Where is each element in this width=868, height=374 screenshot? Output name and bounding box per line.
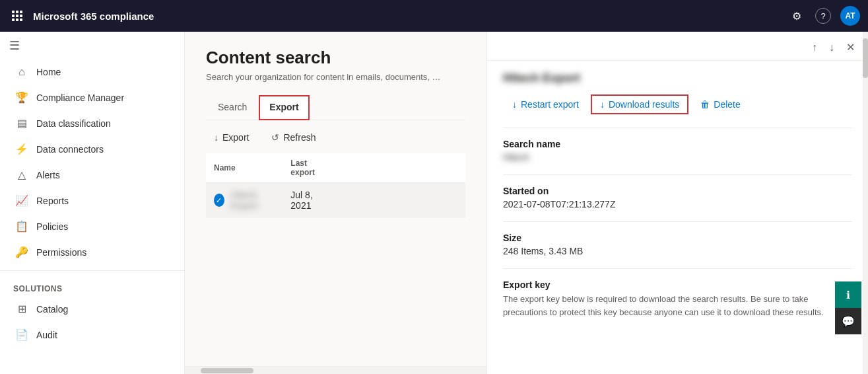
col-name: Name [206, 153, 283, 183]
horizontal-scrollbar[interactable] [185, 366, 486, 374]
panel-nav-up[interactable]: ↑ [808, 39, 821, 56]
sidebar-item-label: Data classification [36, 118, 111, 129]
search-name-value: Hitech [503, 152, 529, 163]
chat-floating-button[interactable]: 💬 [835, 308, 861, 334]
page-title: Content search [206, 48, 465, 68]
chat-icon: 💬 [842, 315, 855, 328]
app-title: Microsoft 365 compliance [33, 11, 781, 22]
panel-scrollbar-thumb [863, 38, 868, 78]
refresh-icon: ↺ [271, 132, 279, 143]
restart-export-button[interactable]: ↓ Restart export [503, 95, 588, 114]
reports-icon: 📈 [15, 194, 28, 207]
sidebar-item-label: Compliance Manager [36, 93, 124, 103]
table-row[interactable]: ✓ Hitech Export Jul 8, 2021 [206, 183, 465, 218]
sidebar-item-label: Alerts [36, 170, 60, 180]
home-icon: ⌂ [15, 66, 28, 78]
panel-divider-2 [503, 174, 852, 175]
panel-divider-4 [503, 268, 852, 269]
sidebar-item-label: Home [36, 67, 61, 77]
catalog-icon: ⊞ [15, 303, 28, 315]
export-button[interactable]: ↓ Export [206, 128, 257, 147]
page-description: Search your organization for content in … [206, 72, 444, 82]
sidebar-item-audit[interactable]: 📄 Audit [0, 322, 184, 348]
sidebar-item-catalog[interactable]: ⊞ Catalog [0, 296, 184, 322]
tabs-bar: Search Export [206, 95, 465, 120]
main-content: Content search Search your organization … [185, 32, 486, 374]
solutions-label: Solutions [0, 276, 184, 296]
panel-divider-1 [503, 128, 852, 128]
tab-export[interactable]: Export [259, 95, 309, 120]
sidebar-divider [0, 270, 184, 271]
alerts-icon: △ [15, 168, 28, 181]
size-value: 248 Items, 3.43 MB [503, 246, 852, 256]
panel-divider-3 [503, 221, 852, 222]
sidebar-item-label: Permissions [36, 247, 86, 258]
row-extra [333, 183, 465, 218]
sidebar-item-label: Policies [36, 221, 68, 232]
sidebar-item-compliance-manager[interactable]: 🏆 Compliance Manager [0, 85, 184, 110]
audit-icon: 📄 [15, 328, 28, 341]
sidebar-item-reports[interactable]: 📈 Reports [0, 188, 184, 213]
sidebar-item-data-connectors[interactable]: ⚡ Data connectors [0, 136, 184, 162]
page-layout: ☰ ⌂ Home 🏆 Compliance Manager ▤ Data cla… [0, 32, 868, 374]
info-floating-button[interactable]: ℹ [835, 281, 861, 308]
compliance-icon: 🏆 [15, 91, 28, 104]
restart-icon: ↓ [512, 99, 517, 110]
help-icon[interactable]: ? [815, 8, 831, 24]
panel-close-button[interactable]: ✕ [842, 38, 859, 56]
delete-icon: 🗑 [700, 99, 710, 110]
field-search-name: Search name Hitech [503, 139, 852, 163]
panel-title: Hitech Export [503, 71, 580, 85]
field-export-key: Export key The export key below is requi… [503, 280, 852, 318]
tab-search[interactable]: Search [206, 95, 259, 120]
refresh-button[interactable]: ↺ Refresh [263, 128, 323, 147]
sidebar-item-data-classification[interactable]: ▤ Data classification [0, 110, 184, 136]
settings-icon[interactable]: ⚙ [787, 7, 806, 25]
delete-button[interactable]: 🗑 Delete [691, 95, 749, 114]
row-name: ✓ Hitech Export [206, 183, 283, 218]
sidebar-item-permissions[interactable]: 🔑 Permissions [0, 239, 184, 265]
avatar[interactable]: AT [840, 6, 860, 26]
field-started-on: Started on 2021-07-08T07:21:13.277Z [503, 186, 852, 209]
sidebar: ☰ ⌂ Home 🏆 Compliance Manager ▤ Data cla… [0, 32, 185, 374]
sidebar-item-label: Data connectors [36, 144, 104, 155]
field-size: Size 248 Items, 3.43 MB [503, 233, 852, 256]
export-icon: ↓ [214, 132, 218, 143]
row-check-icon: ✓ [214, 194, 224, 207]
download-icon: ↓ [600, 99, 605, 110]
panel-actions: ↓ Restart export ↓ Download results 🗑 De… [503, 94, 852, 114]
scrollbar-thumb [201, 368, 253, 373]
panel-nav: ↑ ↓ ✕ [487, 32, 868, 61]
col-extra [333, 153, 465, 183]
permissions-icon: 🔑 [15, 246, 28, 258]
toolbar: ↓ Export ↺ Refresh [206, 120, 465, 153]
side-panel: ↑ ↓ ✕ Hitech Export ↓ Restart export ↓ D… [486, 32, 868, 374]
data-classification-icon: ▤ [15, 117, 28, 130]
waffle-icon[interactable] [8, 7, 26, 25]
export-table: Name Last export ✓ Hitech Export [206, 153, 465, 218]
sidebar-item-policies[interactable]: 📋 Policies [0, 213, 184, 239]
sidebar-item-label: Catalog [36, 304, 68, 315]
export-key-value: The export key below is required to down… [503, 293, 852, 318]
sidebar-toggle[interactable]: ☰ [0, 32, 184, 59]
download-results-button[interactable]: ↓ Download results [591, 94, 688, 114]
panel-scrollbar[interactable] [863, 32, 868, 374]
sidebar-item-alerts[interactable]: △ Alerts [0, 162, 184, 188]
floating-buttons: ℹ 💬 [835, 281, 861, 334]
row-last-export: Jul 8, 2021 [283, 183, 333, 218]
topbar: Microsoft 365 compliance ⚙ ? AT [0, 0, 868, 32]
policies-icon: 📋 [15, 220, 28, 233]
sidebar-item-label: Reports [36, 196, 69, 206]
data-connectors-icon: ⚡ [15, 143, 28, 155]
col-last-export: Last export [283, 153, 333, 183]
info-icon: ℹ [846, 289, 850, 301]
sidebar-item-home[interactable]: ⌂ Home [0, 59, 184, 85]
sidebar-item-label: Audit [36, 330, 57, 340]
started-on-value: 2021-07-08T07:21:13.277Z [503, 199, 852, 209]
panel-nav-down[interactable]: ↓ [825, 39, 838, 56]
